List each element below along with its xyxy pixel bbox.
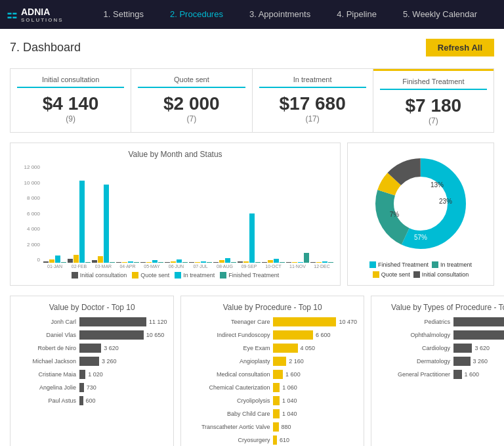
horiz-bar <box>273 317 336 326</box>
bar-value: 3 260 <box>102 358 117 365</box>
bar-label: Cryosurgery <box>188 437 273 443</box>
svg-text:23%: 23% <box>439 198 452 205</box>
bar-segment <box>104 185 109 263</box>
bar-segment <box>262 262 267 263</box>
bar-label: Dermatology <box>378 358 453 365</box>
bar-segment <box>316 262 322 263</box>
horiz-bar <box>453 370 462 379</box>
bar-wrap: 11 870 <box>453 317 504 326</box>
bar-wrap: 11 120 <box>79 317 167 326</box>
bar-segment <box>268 260 273 263</box>
bar-label: Ophthalmology <box>378 332 453 338</box>
kpi-value-finished: $7 180 <box>380 95 487 116</box>
bar-segment <box>322 261 327 263</box>
bar-label: Chemical Cauterization <box>188 384 273 391</box>
bar-segment <box>98 256 103 263</box>
nav-appointments[interactable]: 3. Appointments <box>236 0 324 29</box>
bar-value: 10 470 <box>339 319 357 325</box>
list-item: Jonh Carl11 120 <box>17 317 167 326</box>
nav-pipeline[interactable]: 4. Pipeline <box>324 0 390 29</box>
bar-group-11 <box>286 253 309 263</box>
bar-segment <box>55 256 60 263</box>
header: ⚏ ADNIA SOLUTIONS 1. Settings 2. Procedu… <box>0 0 504 29</box>
kpi-value-treatment: $17 680 <box>259 93 366 114</box>
charts-row: Value by Month and Status 12 00010 0008 … <box>10 143 494 286</box>
bar-segment <box>171 261 176 263</box>
bar-segment <box>146 262 152 263</box>
bar-segment <box>201 261 206 263</box>
svg-text:57%: 57% <box>414 234 427 241</box>
nav-settings[interactable]: 1. Settings <box>91 0 157 29</box>
horiz-bar <box>273 422 278 432</box>
donut-legend: Finished Treatment In treatment Quote se… <box>354 261 487 278</box>
bar-segment <box>328 262 333 263</box>
page-title: 7. Dashboard <box>10 41 81 55</box>
procedure-chart-container: Value by Procedure - Top 10 Teenager Car… <box>180 296 364 446</box>
bar-wrap: 10 470 <box>273 317 357 326</box>
horiz-bar <box>273 370 283 379</box>
bar-segment <box>49 259 54 263</box>
kpi-finished-treatment: Finished Treatment $7 180 (7) <box>373 69 494 132</box>
horiz-bar <box>273 357 286 366</box>
bar-label: Medical consultation <box>188 371 273 378</box>
bar-segment <box>292 262 297 263</box>
horiz-bar <box>273 435 277 445</box>
type-chart-container: Value by Types of Procedure - Top 10 Ped… <box>371 296 504 446</box>
list-item: Indirect Fundoscopy6 600 <box>188 330 357 340</box>
x-label: 06·JUN <box>165 264 188 269</box>
horiz-bar <box>273 396 280 405</box>
x-label: 09·SEP <box>238 264 261 269</box>
bar-chart-container: Value by Month and Status 12 00010 0008 … <box>10 143 341 286</box>
x-label: 03·MAR <box>92 264 115 269</box>
horiz-bar <box>453 357 471 366</box>
list-item: Transcatheter Aortic Valve880 <box>188 422 357 432</box>
type-chart: Pediatrics11 870Ophthalmology10 650Cardi… <box>378 317 504 379</box>
bar-group-8 <box>213 258 236 263</box>
bar-value: 3 620 <box>474 345 490 351</box>
horiz-bar <box>79 344 101 353</box>
bar-value: 1 020 <box>88 371 103 378</box>
bar-legend: Initial consultation Quote sent In treat… <box>17 272 333 279</box>
list-item: Paul Astus600 <box>17 396 167 405</box>
kpi-quote-sent: Quote sent $2 000 (7) <box>131 69 252 132</box>
main-nav: 1. Settings 2. Procedures 3. Appointment… <box>83 0 497 29</box>
bar-wrap: 10 650 <box>453 330 504 340</box>
kpi-label-treatment: In treatment <box>259 76 366 88</box>
bar-wrap: 3 620 <box>79 344 167 353</box>
bar-segment <box>213 262 219 263</box>
bar-segment <box>182 262 188 263</box>
list-item: General Practitioner1 600 <box>378 370 504 379</box>
kpi-label-initial: Initial consultation <box>17 76 124 88</box>
kpi-in-treatment: In treatment $17 680 (17) <box>253 69 373 132</box>
bar-segment <box>68 259 73 263</box>
bar-segment <box>243 261 249 263</box>
bar-label: Transcatheter Aortic Valve <box>188 424 273 430</box>
bar-group-1 <box>43 256 66 263</box>
bar-group-4 <box>116 261 139 263</box>
horiz-bar <box>273 344 297 353</box>
list-item: Cristiane Maia1 020 <box>17 370 167 379</box>
x-label: 05·MAY <box>140 264 163 269</box>
nav-weekly-calendar[interactable]: 5. Weekly Calendar <box>390 0 490 29</box>
legend-treatment: In treatment <box>175 272 215 279</box>
svg-text:13%: 13% <box>430 181 444 189</box>
bar-wrap: 880 <box>273 422 357 432</box>
bar-label: Cardiology <box>378 345 453 351</box>
donut-legend-quote: Quote sent <box>373 271 410 278</box>
bar-segment <box>231 262 236 263</box>
donut-label-finished: Finished Treatment <box>378 261 429 268</box>
donut-label-quote: Quote sent <box>381 271 410 278</box>
legend-initial: Initial consultation <box>72 272 127 279</box>
list-item: Eye Exam4 050 <box>188 344 357 353</box>
donut-legend-treatment: In treatment <box>432 261 472 268</box>
horiz-bar <box>453 330 504 340</box>
x-label: 08·AUG <box>213 264 236 269</box>
nav-procedures[interactable]: 2. Procedures <box>157 0 236 29</box>
bar-segment <box>298 262 303 263</box>
horiz-bar <box>273 383 280 392</box>
horiz-bar <box>273 409 280 418</box>
list-item: Dermatology3 260 <box>378 357 504 366</box>
bar-segment <box>189 262 194 263</box>
bar-segment <box>140 262 146 263</box>
refresh-all-button[interactable]: Refresh All <box>426 39 494 56</box>
